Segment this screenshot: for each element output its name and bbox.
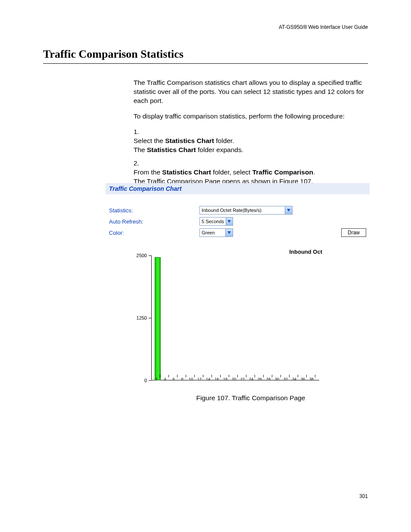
x-tick-label: 22 [240, 377, 245, 381]
x-tick [186, 375, 186, 377]
statistics-select[interactable]: Inbound Octet Rate(Bytes/s) [199, 206, 293, 215]
text: Select the [134, 137, 165, 144]
x-tick [168, 375, 169, 377]
x-tick-label: 12 [197, 377, 202, 381]
bold-text: Statistics Chart [162, 168, 211, 176]
x-tick [272, 375, 272, 377]
x-tick-label: 24 [249, 377, 253, 381]
x-tick [280, 375, 281, 377]
x-tick [237, 375, 238, 377]
x-tick [315, 375, 315, 377]
section-title: Traffic Comparison Statistics [43, 48, 368, 64]
intro-paragraph: The Traffic Comparison statistics chart … [134, 78, 368, 106]
x-tick-label: 10 [189, 377, 193, 381]
auto-refresh-select[interactable]: 5 Seconds [199, 217, 233, 226]
text: folder expands. [196, 146, 243, 153]
text: folder. [214, 137, 234, 144]
chevron-down-icon [225, 229, 233, 236]
select-value: 5 Seconds [202, 219, 224, 224]
color-label: Color: [109, 230, 199, 236]
select-value: Inbound Octet Rate(Bytes/s) [202, 208, 283, 213]
x-tick-label: 26 [258, 377, 262, 381]
y-tick [149, 255, 151, 256]
x-tick-label: 18 [223, 377, 227, 381]
x-tick [177, 375, 177, 377]
chart-area: Inbound Oct 2468101214161820222426283032… [106, 243, 370, 388]
x-tick [212, 375, 212, 377]
x-tick-label: 28 [266, 377, 271, 381]
x-tick [263, 375, 264, 377]
x-tick-label: 14 [206, 377, 210, 381]
panel-title: Traffic Comparison Chart [106, 183, 370, 194]
y-tick-label: 0 [144, 378, 147, 383]
y-tick-label: 2500 [137, 253, 147, 258]
page-number: 301 [359, 493, 368, 499]
text: The [134, 146, 147, 153]
x-tick-label: 16 [215, 377, 219, 381]
x-tick-label: 30 [275, 377, 279, 381]
chart-title: Inbound Oct [289, 249, 322, 255]
statistics-label: Statistics: [109, 207, 199, 214]
auto-refresh-label: Auto Refresh: [109, 218, 199, 225]
bold-text: Statistics Chart [147, 146, 196, 153]
select-value: Green [202, 230, 224, 235]
procedure-steps: 1. Select the Statistics Chart folder. T… [134, 128, 368, 190]
figure-caption: Figure 107. Traffic Comparison Page [134, 394, 368, 402]
chevron-down-icon [226, 218, 233, 225]
chart-plot: 2468101214161820222426283032343638 01250… [151, 255, 319, 380]
x-tick-label: 32 [283, 377, 288, 381]
x-ticks: 2468101214161820222426283032343638 [151, 375, 319, 381]
chart-bar [155, 257, 161, 380]
y-tick-label: 1250 [137, 315, 147, 320]
step-body: Select the Statistics Chart folder. The … [134, 137, 355, 155]
step-number: 2. [134, 159, 145, 168]
x-tick [306, 375, 307, 377]
x-tick-label: 36 [301, 377, 305, 381]
x-tick-label: 38 [309, 377, 314, 381]
draw-button[interactable]: Draw [341, 228, 366, 237]
x-tick [255, 375, 255, 377]
bold-text: Statistics Chart [165, 137, 214, 144]
chevron-down-icon [285, 206, 292, 214]
x-tick-label: 2 [155, 377, 157, 381]
x-tick [246, 375, 246, 377]
y-axis [151, 255, 152, 380]
step-number: 1. [134, 128, 145, 137]
form-area: Statistics: Inbound Octet Rate(Bytes/s) … [106, 194, 370, 242]
x-tick-label: 34 [292, 377, 296, 381]
x-tick [229, 375, 229, 377]
x-tick-label: 8 [181, 377, 183, 381]
color-select[interactable]: Green [199, 228, 233, 237]
x-tick [298, 375, 298, 377]
x-tick-label: 4 [164, 377, 166, 381]
text: From the [134, 168, 162, 176]
x-tick [220, 375, 221, 377]
x-tick [160, 375, 160, 377]
x-tick-label: 20 [232, 377, 236, 381]
running-header: AT-GS950/8 Web Interface User Guide [279, 24, 368, 30]
x-tick-label: 6 [172, 377, 174, 381]
x-tick [203, 375, 203, 377]
bold-text: Traffic Comparison [252, 168, 313, 176]
y-tick [149, 318, 151, 318]
lead-paragraph: To display traffic comparison statistics… [134, 112, 368, 121]
text: . [313, 168, 315, 176]
figure-screenshot: Traffic Comparison Chart Statistics: Inb… [106, 183, 370, 388]
bars-container [153, 255, 319, 380]
x-tick [194, 375, 195, 377]
x-tick [289, 375, 290, 377]
text: folder, select [211, 168, 252, 176]
y-tick [149, 380, 151, 381]
